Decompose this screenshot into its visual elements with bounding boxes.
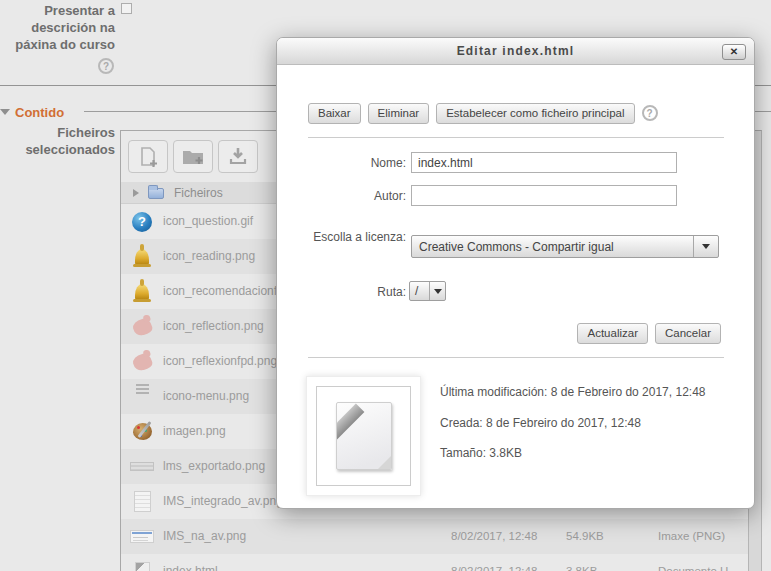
section-title: Contido: [15, 105, 64, 120]
tree-root-label: Ficheiros: [174, 186, 223, 200]
path-select[interactable]: /: [409, 281, 446, 301]
menu-file-icon: [136, 384, 149, 394]
author-input[interactable]: [411, 185, 677, 206]
file-size-text: Tamaño: 3.8KB: [440, 446, 522, 460]
dialog-title: Editar index.html: [457, 44, 575, 58]
name-label: Nome:: [296, 156, 406, 170]
selected-files-label: Ficheiros seleccionados: [0, 124, 115, 158]
image-thumbnail-icon: [134, 491, 151, 512]
set-main-file-button[interactable]: Estabelecer como ficheiro principal: [436, 103, 634, 124]
image-thumbnail-icon: [130, 462, 154, 471]
close-icon[interactable]: ✕: [722, 44, 746, 60]
palette-file-icon: [133, 423, 152, 440]
file-row[interactable]: IMS_na_av.png 8/02/2017, 12:48 54.9KB Im…: [121, 519, 749, 554]
created-text: Creada: 8 de Febreiro do 2017, 12:48: [440, 416, 641, 430]
splat-file-icon: [131, 317, 153, 337]
bell-file-icon: [135, 249, 149, 265]
dialog-action-buttons: Baixar Eliminar Estabelecer como ficheir…: [308, 103, 658, 124]
file-row[interactable]: index.html 8/02/2017, 12:48 3.8KB Docume…: [121, 554, 749, 571]
collapse-caret-icon: [0, 109, 10, 115]
dialog-submit-buttons: Actualizar Cancelar: [577, 323, 721, 344]
file-preview-box: [306, 376, 421, 496]
license-label: Escolla a licenza:: [296, 222, 406, 252]
path-selected-value: /: [410, 284, 429, 298]
question-file-icon: ?: [132, 212, 152, 232]
expand-caret-icon[interactable]: [133, 189, 139, 197]
moodle-edit-file-screen: Presentar a descrición na páxina do curs…: [0, 0, 771, 571]
name-input[interactable]: [411, 152, 677, 173]
license-selected-value: Creative Commons - Compartir igual: [412, 240, 693, 254]
license-select[interactable]: Creative Commons - Compartir igual: [411, 235, 719, 258]
bell-file-icon: [135, 284, 149, 300]
document-file-icon: [135, 562, 150, 571]
display-description-label: Presentar a descrición na páxina do curs…: [0, 2, 115, 53]
html-file-icon: [336, 402, 392, 470]
dialog-titlebar[interactable]: Editar index.html ✕: [277, 38, 754, 65]
new-file-icon: [138, 146, 158, 168]
create-folder-button[interactable]: [173, 140, 213, 173]
splat-file-icon: [131, 352, 153, 372]
help-icon[interactable]: ?: [98, 58, 114, 74]
update-button[interactable]: Actualizar: [577, 323, 648, 344]
delete-button[interactable]: Eliminar: [368, 103, 430, 124]
filemanager-toolbar: [128, 140, 258, 173]
section-header-contido[interactable]: Contido: [0, 103, 64, 121]
display-description-checkbox[interactable]: [121, 3, 132, 14]
edit-file-dialog: Editar index.html ✕ Baixar Eliminar Esta…: [276, 37, 755, 509]
author-label: Autor:: [296, 189, 406, 203]
folder-icon: [148, 188, 164, 199]
add-file-button[interactable]: [128, 140, 168, 173]
dialog-divider: [308, 137, 724, 138]
download-button[interactable]: Baixar: [308, 103, 361, 124]
chevron-down-icon[interactable]: [429, 282, 445, 300]
help-icon[interactable]: ?: [642, 105, 658, 121]
last-modified-text: Última modificación: 8 de Febreiro do 20…: [440, 385, 705, 399]
new-folder-icon: [182, 148, 204, 166]
download-all-button[interactable]: [218, 140, 258, 173]
dialog-divider: [308, 357, 724, 358]
download-icon: [228, 147, 248, 166]
path-label: Ruta:: [296, 285, 406, 299]
image-thumbnail-icon: [130, 530, 154, 543]
cancel-button[interactable]: Cancelar: [655, 323, 721, 344]
chevron-down-icon[interactable]: [693, 236, 718, 257]
file-preview-frame: [316, 386, 411, 486]
